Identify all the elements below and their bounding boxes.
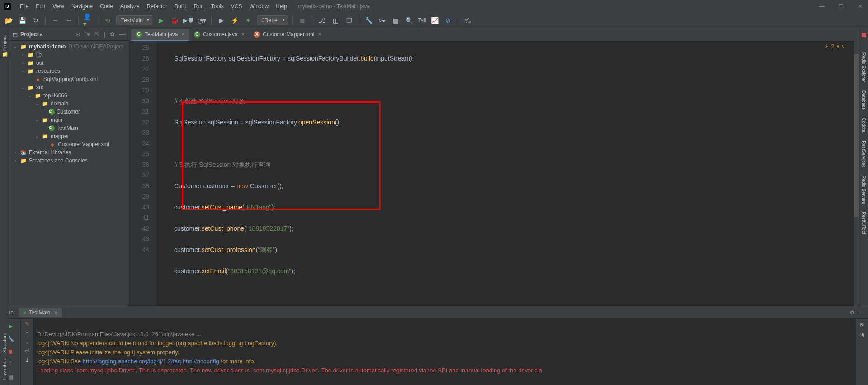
run-icon[interactable]: ▶ xyxy=(156,15,166,25)
json-icon[interactable]: {J} xyxy=(859,333,864,337)
tree-item[interactable]: ⌄📁resources xyxy=(9,67,129,75)
editor-tab[interactable]: XCustomerMapper.xml× xyxy=(249,29,326,41)
back-icon[interactable]: ← xyxy=(50,15,60,25)
menu-window[interactable]: Window xyxy=(245,1,272,11)
cube-icon[interactable]: ❒ xyxy=(344,15,354,25)
key-icon[interactable]: 🗝 xyxy=(377,15,387,25)
right-tool-codota[interactable]: Codota xyxy=(861,115,866,135)
maximize-button[interactable]: ❐ xyxy=(837,3,845,10)
down-icon[interactable]: ↓ xyxy=(26,339,28,345)
close-icon[interactable]: × xyxy=(318,31,321,38)
coverage-icon[interactable]: ▶⛊ xyxy=(183,15,193,25)
close-icon[interactable]: × xyxy=(54,309,57,316)
wrench-icon[interactable]: 🔧 xyxy=(363,15,373,25)
up-icon[interactable]: ↑ xyxy=(26,330,28,336)
right-tool-redis-servers[interactable]: Redis Servers xyxy=(861,173,866,207)
right-tool-database[interactable]: Database xyxy=(861,88,866,113)
panel-title[interactable]: Project xyxy=(20,31,42,38)
profile-icon[interactable]: ◔▾ xyxy=(197,15,207,25)
tree-item[interactable]: ›📚External Libraries xyxy=(9,148,129,157)
minimize-tool-icon[interactable]: — xyxy=(859,309,864,316)
tree-item[interactable]: CTestMain xyxy=(9,124,129,132)
tree-item[interactable]: ⌄📁mybatis-demoD:\Devlop\IDEAProject xyxy=(9,43,129,51)
hide-icon[interactable]: — xyxy=(119,31,125,38)
tree-item[interactable]: ⌄📁domain xyxy=(9,100,129,108)
tail-label[interactable]: Tail xyxy=(418,15,426,25)
sync-icon[interactable]: ↻ xyxy=(31,15,41,25)
action2-icon[interactable]: ⚡ xyxy=(230,15,240,25)
open-icon[interactable]: 📂 xyxy=(4,15,14,25)
stop-icon[interactable]: ◼ xyxy=(297,15,307,25)
editor-tab[interactable]: CTestMain.java× xyxy=(131,29,189,41)
minimize-button[interactable]: — xyxy=(817,3,826,10)
translate-icon[interactable]: ᵃ⁄ₐ xyxy=(462,15,472,25)
layers-icon[interactable]: ◫ xyxy=(330,15,340,25)
project-tool-button[interactable]: 📁 Project xyxy=(1,32,7,62)
run-config-dropdown[interactable]: TestMain xyxy=(116,15,152,25)
close-icon[interactable]: × xyxy=(181,31,185,38)
jrebel-dropdown[interactable]: JRebel xyxy=(257,15,288,25)
tree-item[interactable]: ⌄📁main xyxy=(9,116,129,124)
menu-view[interactable]: View xyxy=(49,1,68,11)
action3-icon[interactable]: ✦ xyxy=(243,15,253,25)
git-icon[interactable]: ⎇ xyxy=(317,15,327,25)
struct-icon[interactable]: ▤ xyxy=(391,15,401,25)
code-area[interactable]: SqlSessionFactory sqlSessionFactory = sq… xyxy=(156,41,854,306)
scroll-icon[interactable]: ⤓ xyxy=(25,357,29,363)
tree-item[interactable]: ⌄📁top.it6666 xyxy=(9,91,129,100)
tree-item[interactable]: CCustomer xyxy=(9,108,129,116)
copy-icon[interactable]: ⎘ xyxy=(860,322,863,328)
tree-item[interactable]: ◆CustomerMapper.xml xyxy=(9,140,129,148)
warning-count[interactable]: 2 ∧ ∨ xyxy=(824,43,845,50)
menu-help[interactable]: Help xyxy=(272,1,291,11)
save-icon[interactable]: 💾 xyxy=(17,15,27,25)
collapse-icon[interactable]: ⇱ xyxy=(94,31,99,38)
expand-icon[interactable]: ⇲ xyxy=(85,31,90,38)
menu-navigate[interactable]: Navigate xyxy=(68,1,96,11)
close-icon[interactable]: × xyxy=(241,31,245,38)
wrap-icon[interactable]: ⏎ xyxy=(25,348,29,354)
menu-refactor[interactable]: Refactor xyxy=(143,1,171,11)
right-tool-restfultool[interactable]: RestfulTool xyxy=(861,209,866,237)
right-tool-redis-explorer[interactable]: Redis Explorer xyxy=(861,50,866,85)
favorites-tool-button[interactable]: Favorites xyxy=(2,359,7,380)
tree-item[interactable]: ›📁out xyxy=(9,59,129,67)
structure-tool-button[interactable]: Structure xyxy=(2,333,7,353)
action1-icon[interactable]: ▶ xyxy=(216,15,226,25)
target-icon[interactable]: ⊕ xyxy=(75,31,80,38)
run-header: Run: ■ TestMain × ✿ — xyxy=(0,306,868,319)
editor-tab[interactable]: CCustomer.java× xyxy=(189,29,249,41)
tree-item[interactable]: ›📁Scratches and Consoles xyxy=(9,157,129,165)
close-button[interactable]: ✕ xyxy=(856,3,864,10)
right-tool-restservices[interactable]: RestServices xyxy=(861,138,866,170)
tree-item[interactable]: ⌄📁src xyxy=(9,83,129,91)
avatar-icon[interactable]: 👤▾ xyxy=(83,15,93,25)
menu-code[interactable]: Code xyxy=(96,1,117,11)
menu-analyze[interactable]: Analyze xyxy=(117,1,143,11)
hammer-icon[interactable]: ⟲ xyxy=(103,15,113,25)
debug-icon[interactable]: 🐞 xyxy=(170,15,179,25)
run-tab[interactable]: ■ TestMain × xyxy=(19,308,62,317)
project-tree[interactable]: ⌄📁mybatis-demoD:\Devlop\IDEAProject›📁lib… xyxy=(9,41,129,306)
tree-item[interactable]: ›📁lib xyxy=(9,51,129,59)
forward-icon[interactable]: → xyxy=(64,15,74,25)
search-icon[interactable]: 🔍 xyxy=(404,15,414,25)
console-output[interactable]: D:\Devlop\JDK\ProgramFiles\Java\jdk1.8.0… xyxy=(33,319,855,385)
project-panel: ▤ Project ⊕ ⇲ ⇱ | ✿ — ⌄📁mybatis-demoD:\D… xyxy=(9,28,129,306)
settings-icon[interactable]: ✿ xyxy=(110,31,115,38)
menu-tools[interactable]: Tools xyxy=(208,1,227,11)
editor-scrollbar[interactable] xyxy=(854,41,859,306)
folder-icon: ▤ xyxy=(13,31,18,38)
edit-icon[interactable]: ✎ xyxy=(25,321,29,327)
menu-run[interactable]: Run xyxy=(190,1,208,11)
tree-item[interactable]: ◆SqlMappingConfig.xml xyxy=(9,75,129,83)
menu-build[interactable]: Build xyxy=(171,1,190,11)
block-icon[interactable]: ⊘ xyxy=(443,15,453,25)
chart-icon[interactable]: 📈 xyxy=(429,15,439,25)
menu-vcs[interactable]: VCS xyxy=(227,1,246,11)
menu-file[interactable]: File xyxy=(16,1,32,11)
menu-edit[interactable]: Edit xyxy=(32,1,49,11)
gear-icon[interactable]: ✿ xyxy=(850,309,854,316)
log4j-link[interactable]: http://logging.apache.org/log4j/1.2/faq.… xyxy=(83,358,219,365)
tree-item[interactable]: ⌄📁mapper xyxy=(9,132,129,140)
